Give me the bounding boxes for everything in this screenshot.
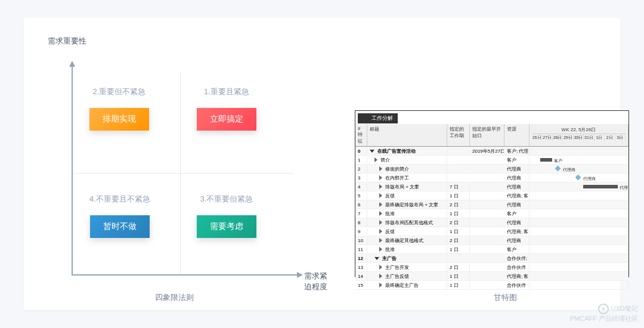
q4-action: 暂时不做: [90, 215, 150, 238]
gantt-cell: 代理商: [530, 165, 628, 173]
cell-index: 3: [355, 175, 367, 181]
table-row[interactable]: 7 批准1 日客户: [355, 209, 628, 218]
table-row[interactable]: 9 反馈1 日代理商; 客: [355, 227, 628, 236]
table-row[interactable]: 8 排版布局匹配其他格式2 日代理商: [355, 218, 628, 227]
cell-index: 8: [355, 219, 367, 226]
milestone-label: 代理商: [583, 176, 596, 180]
expand-right-icon[interactable]: [379, 175, 382, 180]
expand-right-icon[interactable]: [379, 211, 382, 216]
cell-start: [470, 240, 504, 241]
expand-right-icon[interactable]: [379, 247, 382, 252]
quadrant-4: 4.不重要且不紧急 暂时不做: [89, 194, 150, 238]
expand-right-icon[interactable]: [379, 220, 382, 225]
cell-resource: 代理商; 客: [504, 273, 530, 280]
dropdown-icon: [363, 117, 367, 120]
q2-label: 2.重要但不紧急: [89, 86, 149, 97]
table-row[interactable]: 2 修改的简介代理商代理商: [355, 165, 628, 174]
cell-duration: 2 日: [447, 264, 470, 271]
milestone-icon[interactable]: [555, 166, 561, 172]
table-row[interactable]: 5 反馈1 日代理商; 客: [355, 191, 628, 200]
expand-right-icon[interactable]: [379, 166, 382, 171]
q3-label: 3.不重要但紧急: [197, 194, 256, 205]
days-row: 26日27日28日29日30日31日1日2日3日: [532, 134, 626, 141]
table-row[interactable]: 13 主广告开发2 日合作伙伴: [355, 263, 628, 272]
cell-resource: 代理商: [504, 237, 530, 245]
table-row[interactable]: 12 主广告合作伙伴;: [355, 254, 628, 263]
cell-index: 5: [355, 193, 367, 199]
cell-start: [470, 276, 504, 277]
cell-title: 排版布局匹配其他格式: [367, 219, 447, 227]
day-cell: 31日: [584, 134, 594, 141]
gantt-cell: 代理商: [530, 174, 628, 182]
cell-title: 在线广告宣传活动: [367, 147, 447, 155]
gantt-bar-label: 代理商: [620, 185, 628, 188]
gantt-cell: [530, 263, 628, 271]
gantt-cell: [530, 272, 628, 280]
y-axis-line: [72, 66, 73, 274]
cell-title: 反馈: [367, 228, 447, 236]
expand-right-icon[interactable]: [379, 274, 382, 279]
expand-right-icon[interactable]: [379, 202, 382, 207]
cell-resource: 合作伙伴;: [504, 255, 530, 262]
expand-right-icon[interactable]: [379, 265, 382, 270]
milestone-icon[interactable]: [575, 175, 581, 181]
table-row[interactable]: 14 主广告反馈1 日代理商; 客: [355, 272, 628, 281]
cell-index: 2: [355, 166, 367, 172]
cell-title: 批准: [367, 210, 447, 218]
cell-title: 排版布局 + 文案: [367, 183, 447, 191]
table-row[interactable]: 10 最终确定其他格式2 日代理商: [355, 236, 628, 245]
cell-start: [470, 267, 504, 268]
table-row[interactable]: 0 在线广告宣传活动2019年5月27日客户; 代理: [355, 147, 628, 156]
expand-right-icon[interactable]: [379, 238, 382, 243]
y-axis-label: 需求重要性: [48, 36, 86, 47]
cell-index: 15: [355, 282, 367, 289]
cell-index: 9: [355, 228, 367, 235]
expand-down-icon[interactable]: [374, 257, 379, 260]
gantt-bar[interactable]: [583, 185, 618, 188]
wechat-icon: ✦: [598, 304, 609, 314]
cell-title: 在内部开工: [367, 174, 447, 182]
day-cell: 30日: [574, 134, 584, 141]
expand-right-icon[interactable]: [379, 283, 382, 287]
table-row[interactable]: 3 在内部开工代理商代理商: [355, 174, 628, 182]
cell-index: 6: [355, 202, 367, 208]
cell-start: [470, 204, 504, 205]
col-assigned: 指定的工作期: [447, 124, 470, 146]
cell-duration: 1 日: [447, 210, 470, 218]
cell-index: 14: [355, 273, 367, 280]
cell-resource: 代理商: [504, 183, 530, 191]
table-row[interactable]: 1 简介客户客户: [355, 156, 628, 165]
expand-right-icon[interactable]: [379, 193, 382, 198]
cell-index: 4: [355, 184, 367, 190]
cell-index: 7: [355, 211, 367, 217]
expand-right-icon[interactable]: [379, 184, 382, 189]
gantt-cell: [530, 191, 628, 200]
cell-title: 反馈: [367, 192, 447, 200]
table-row[interactable]: 11 批准1 日客户: [355, 245, 628, 254]
cell-title: 简介: [367, 156, 447, 164]
table-row[interactable]: 6 最终确定排版布局 + 文案2 日代理商: [355, 200, 628, 209]
milestone-label: 代理商: [563, 167, 575, 171]
expand-right-icon[interactable]: [379, 229, 382, 234]
cell-title: 最终确定排版布局 + 文案: [367, 201, 447, 209]
cell-start: [470, 159, 504, 160]
table-row[interactable]: 4 排版布局 + 文案7 日代理商代理商: [355, 182, 628, 191]
cell-index: 13: [355, 264, 367, 271]
cell-duration: 2 日: [447, 201, 470, 209]
expand-right-icon[interactable]: [374, 157, 377, 162]
table-row[interactable]: 15 最终确定主广告1 日合作伙伴: [355, 281, 628, 290]
cell-start: [470, 249, 504, 250]
cell-resource: 代理商: [504, 174, 530, 182]
q1-action: 立即搞定: [197, 108, 256, 131]
gantt-rows: 0 在线广告宣传活动2019年5月27日客户; 代理1 简介客户客户2 修改的简…: [355, 147, 628, 290]
cell-duration: 1 日: [447, 228, 470, 236]
week-label: WK 22, 5月26日: [532, 126, 626, 134]
expand-down-icon[interactable]: [370, 150, 374, 153]
cell-resource: 代理商: [504, 165, 530, 173]
gantt-toolbar[interactable]: 工作分解: [358, 113, 398, 123]
gantt-bar[interactable]: [540, 158, 552, 162]
cell-duration: [447, 258, 470, 259]
cell-duration: [447, 177, 470, 178]
cell-duration: 2 日: [447, 237, 470, 245]
cell-index: 10: [355, 237, 367, 244]
